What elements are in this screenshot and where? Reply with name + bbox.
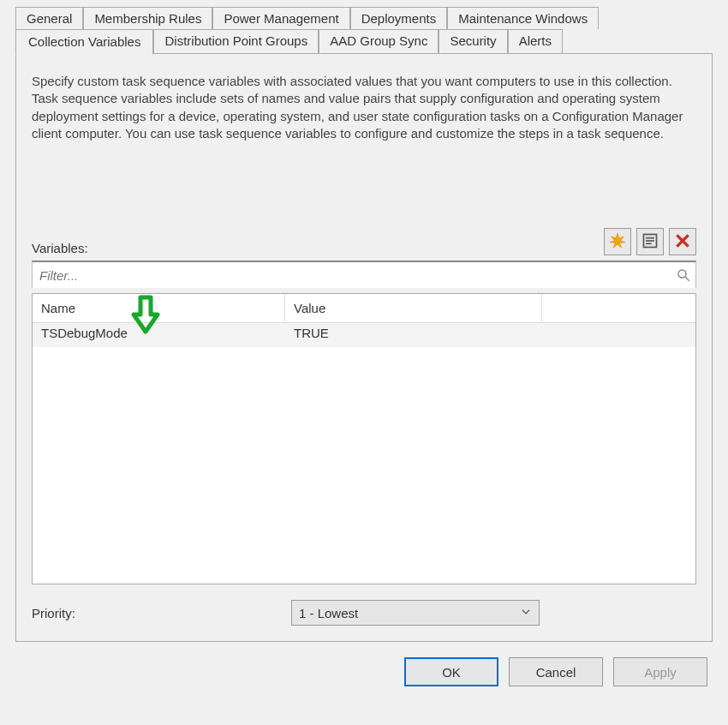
- apply-button[interactable]: Apply: [613, 657, 707, 686]
- tab-general[interactable]: General: [15, 7, 83, 29]
- svg-marker-0: [610, 232, 625, 248]
- cell-name: TSDebugMode: [33, 323, 285, 347]
- tab-power-management[interactable]: Power Management: [212, 7, 349, 29]
- tab-row-1: General Membership Rules Power Managemen…: [15, 7, 713, 29]
- table-row[interactable]: TSDebugMode TRUE: [33, 323, 695, 347]
- variables-header: Variables:: [32, 228, 696, 255]
- tab-row-2: Collection Variables Distribution Point …: [15, 29, 713, 54]
- tab-maintenance-windows[interactable]: Maintenance Windows: [447, 7, 599, 29]
- search-icon[interactable]: [671, 267, 695, 283]
- tab-aad-group-sync[interactable]: AAD Group Sync: [319, 29, 439, 54]
- svg-line-8: [685, 277, 689, 281]
- dialog-buttons: OK Cancel Apply: [15, 657, 713, 686]
- delete-variable-button[interactable]: [669, 228, 696, 255]
- ok-button[interactable]: OK: [404, 657, 498, 686]
- filter-input[interactable]: [33, 265, 671, 286]
- list-header: Name Value: [33, 294, 695, 323]
- priority-row: Priority: 1 - Lowest: [32, 600, 696, 626]
- svg-point-7: [678, 270, 686, 278]
- tab-alerts[interactable]: Alerts: [508, 29, 563, 54]
- variables-list: Name Value TSDebugMode TRUE: [32, 293, 696, 584]
- priority-value: 1 - Lowest: [299, 606, 358, 620]
- new-starburst-icon: [609, 232, 626, 252]
- column-header-value[interactable]: Value: [285, 294, 542, 322]
- priority-dropdown[interactable]: 1 - Lowest: [291, 600, 540, 626]
- tab-membership-rules[interactable]: Membership Rules: [83, 7, 212, 29]
- description-text: Specify custom task sequence variables w…: [32, 73, 696, 142]
- delete-x-icon: [674, 232, 691, 252]
- cell-value: TRUE: [285, 323, 542, 347]
- column-header-name[interactable]: Name: [33, 294, 285, 322]
- variables-label: Variables:: [32, 241, 88, 255]
- collection-properties-dialog: General Membership Rules Power Managemen…: [0, 0, 728, 725]
- tab-security[interactable]: Security: [439, 29, 507, 54]
- filter-bar: [32, 261, 696, 288]
- new-variable-button[interactable]: [604, 228, 631, 255]
- tab-deployments[interactable]: Deployments: [350, 7, 448, 29]
- tab-distribution-point-groups[interactable]: Distribution Point Groups: [153, 29, 319, 54]
- variable-toolbar: [604, 228, 696, 255]
- tab-collection-variables[interactable]: Collection Variables: [15, 29, 153, 55]
- tab-panel: Specify custom task sequence variables w…: [15, 53, 713, 642]
- chevron-down-icon: [520, 606, 532, 620]
- properties-button[interactable]: [636, 228, 664, 255]
- tab-strip: General Membership Rules Power Managemen…: [15, 7, 713, 642]
- properties-icon: [641, 232, 659, 252]
- priority-label: Priority:: [32, 606, 284, 620]
- cancel-button[interactable]: Cancel: [509, 657, 603, 686]
